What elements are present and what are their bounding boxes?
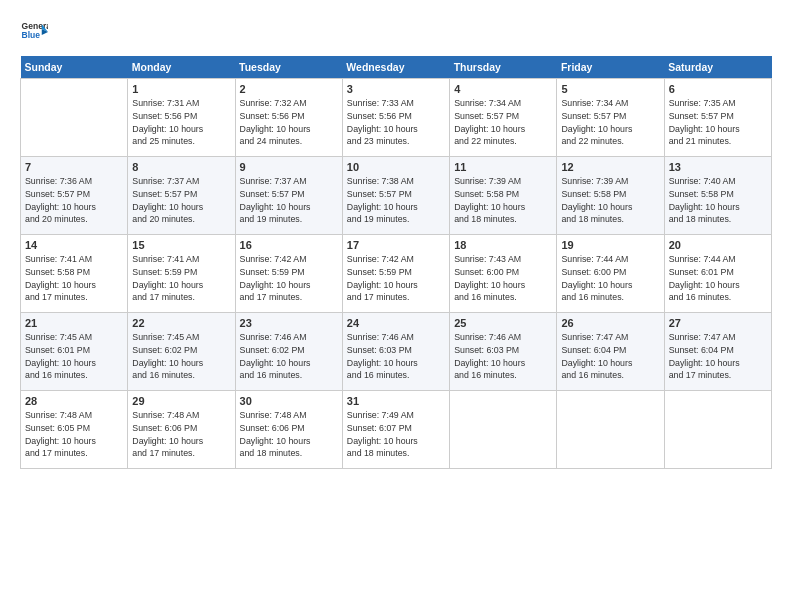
day-info: Sunrise: 7:40 AM Sunset: 5:58 PM Dayligh…: [669, 175, 767, 226]
day-number: 27: [669, 317, 767, 329]
column-header-friday: Friday: [557, 56, 664, 79]
day-number: 19: [561, 239, 659, 251]
day-number: 14: [25, 239, 123, 251]
day-number: 21: [25, 317, 123, 329]
calendar-table: SundayMondayTuesdayWednesdayThursdayFrid…: [20, 56, 772, 469]
calendar-cell: 5Sunrise: 7:34 AM Sunset: 5:57 PM Daylig…: [557, 79, 664, 157]
day-info: Sunrise: 7:45 AM Sunset: 6:02 PM Dayligh…: [132, 331, 230, 382]
calendar-cell: [450, 391, 557, 469]
day-info: Sunrise: 7:43 AM Sunset: 6:00 PM Dayligh…: [454, 253, 552, 304]
column-header-saturday: Saturday: [664, 56, 771, 79]
calendar-cell: 21Sunrise: 7:45 AM Sunset: 6:01 PM Dayli…: [21, 313, 128, 391]
day-number: 28: [25, 395, 123, 407]
day-number: 30: [240, 395, 338, 407]
calendar-cell: 12Sunrise: 7:39 AM Sunset: 5:58 PM Dayli…: [557, 157, 664, 235]
day-info: Sunrise: 7:46 AM Sunset: 6:02 PM Dayligh…: [240, 331, 338, 382]
day-info: Sunrise: 7:36 AM Sunset: 5:57 PM Dayligh…: [25, 175, 123, 226]
day-info: Sunrise: 7:39 AM Sunset: 5:58 PM Dayligh…: [561, 175, 659, 226]
calendar-cell: 27Sunrise: 7:47 AM Sunset: 6:04 PM Dayli…: [664, 313, 771, 391]
day-number: 13: [669, 161, 767, 173]
day-number: 4: [454, 83, 552, 95]
calendar-cell: 29Sunrise: 7:48 AM Sunset: 6:06 PM Dayli…: [128, 391, 235, 469]
day-info: Sunrise: 7:37 AM Sunset: 5:57 PM Dayligh…: [132, 175, 230, 226]
day-info: Sunrise: 7:46 AM Sunset: 6:03 PM Dayligh…: [347, 331, 445, 382]
calendar-week-row: 21Sunrise: 7:45 AM Sunset: 6:01 PM Dayli…: [21, 313, 772, 391]
calendar-cell: [664, 391, 771, 469]
day-number: 8: [132, 161, 230, 173]
calendar-header-row: SundayMondayTuesdayWednesdayThursdayFrid…: [21, 56, 772, 79]
day-info: Sunrise: 7:44 AM Sunset: 6:01 PM Dayligh…: [669, 253, 767, 304]
day-info: Sunrise: 7:48 AM Sunset: 6:06 PM Dayligh…: [132, 409, 230, 460]
day-number: 26: [561, 317, 659, 329]
day-number: 6: [669, 83, 767, 95]
day-info: Sunrise: 7:48 AM Sunset: 6:05 PM Dayligh…: [25, 409, 123, 460]
calendar-cell: 30Sunrise: 7:48 AM Sunset: 6:06 PM Dayli…: [235, 391, 342, 469]
day-info: Sunrise: 7:31 AM Sunset: 5:56 PM Dayligh…: [132, 97, 230, 148]
calendar-cell: 26Sunrise: 7:47 AM Sunset: 6:04 PM Dayli…: [557, 313, 664, 391]
calendar-cell: 18Sunrise: 7:43 AM Sunset: 6:00 PM Dayli…: [450, 235, 557, 313]
calendar-cell: 11Sunrise: 7:39 AM Sunset: 5:58 PM Dayli…: [450, 157, 557, 235]
calendar-cell: 8Sunrise: 7:37 AM Sunset: 5:57 PM Daylig…: [128, 157, 235, 235]
day-info: Sunrise: 7:42 AM Sunset: 5:59 PM Dayligh…: [240, 253, 338, 304]
day-number: 15: [132, 239, 230, 251]
day-number: 9: [240, 161, 338, 173]
calendar-cell: 24Sunrise: 7:46 AM Sunset: 6:03 PM Dayli…: [342, 313, 449, 391]
day-number: 5: [561, 83, 659, 95]
calendar-cell: 20Sunrise: 7:44 AM Sunset: 6:01 PM Dayli…: [664, 235, 771, 313]
calendar-cell: 3Sunrise: 7:33 AM Sunset: 5:56 PM Daylig…: [342, 79, 449, 157]
calendar-cell: 10Sunrise: 7:38 AM Sunset: 5:57 PM Dayli…: [342, 157, 449, 235]
day-number: 11: [454, 161, 552, 173]
day-info: Sunrise: 7:47 AM Sunset: 6:04 PM Dayligh…: [669, 331, 767, 382]
calendar-cell: 13Sunrise: 7:40 AM Sunset: 5:58 PM Dayli…: [664, 157, 771, 235]
calendar-cell: 23Sunrise: 7:46 AM Sunset: 6:02 PM Dayli…: [235, 313, 342, 391]
day-info: Sunrise: 7:47 AM Sunset: 6:04 PM Dayligh…: [561, 331, 659, 382]
column-header-monday: Monday: [128, 56, 235, 79]
calendar-cell: 17Sunrise: 7:42 AM Sunset: 5:59 PM Dayli…: [342, 235, 449, 313]
day-info: Sunrise: 7:33 AM Sunset: 5:56 PM Dayligh…: [347, 97, 445, 148]
day-number: 22: [132, 317, 230, 329]
calendar-cell: [21, 79, 128, 157]
svg-text:Blue: Blue: [22, 30, 41, 40]
calendar-cell: 16Sunrise: 7:42 AM Sunset: 5:59 PM Dayli…: [235, 235, 342, 313]
day-number: 17: [347, 239, 445, 251]
calendar-cell: 6Sunrise: 7:35 AM Sunset: 5:57 PM Daylig…: [664, 79, 771, 157]
day-number: 10: [347, 161, 445, 173]
calendar-week-row: 28Sunrise: 7:48 AM Sunset: 6:05 PM Dayli…: [21, 391, 772, 469]
day-number: 20: [669, 239, 767, 251]
day-info: Sunrise: 7:39 AM Sunset: 5:58 PM Dayligh…: [454, 175, 552, 226]
calendar-cell: 31Sunrise: 7:49 AM Sunset: 6:07 PM Dayli…: [342, 391, 449, 469]
day-info: Sunrise: 7:34 AM Sunset: 5:57 PM Dayligh…: [561, 97, 659, 148]
day-info: Sunrise: 7:38 AM Sunset: 5:57 PM Dayligh…: [347, 175, 445, 226]
day-number: 1: [132, 83, 230, 95]
calendar-cell: 1Sunrise: 7:31 AM Sunset: 5:56 PM Daylig…: [128, 79, 235, 157]
day-info: Sunrise: 7:44 AM Sunset: 6:00 PM Dayligh…: [561, 253, 659, 304]
column-header-thursday: Thursday: [450, 56, 557, 79]
page-header: General Blue: [20, 18, 772, 46]
day-info: Sunrise: 7:35 AM Sunset: 5:57 PM Dayligh…: [669, 97, 767, 148]
day-number: 25: [454, 317, 552, 329]
day-number: 29: [132, 395, 230, 407]
column-header-wednesday: Wednesday: [342, 56, 449, 79]
day-number: 23: [240, 317, 338, 329]
day-info: Sunrise: 7:32 AM Sunset: 5:56 PM Dayligh…: [240, 97, 338, 148]
day-info: Sunrise: 7:42 AM Sunset: 5:59 PM Dayligh…: [347, 253, 445, 304]
calendar-cell: 14Sunrise: 7:41 AM Sunset: 5:58 PM Dayli…: [21, 235, 128, 313]
day-info: Sunrise: 7:41 AM Sunset: 5:58 PM Dayligh…: [25, 253, 123, 304]
day-info: Sunrise: 7:37 AM Sunset: 5:57 PM Dayligh…: [240, 175, 338, 226]
logo: General Blue: [20, 18, 48, 46]
day-info: Sunrise: 7:45 AM Sunset: 6:01 PM Dayligh…: [25, 331, 123, 382]
logo-icon: General Blue: [20, 18, 48, 46]
day-number: 7: [25, 161, 123, 173]
column-header-sunday: Sunday: [21, 56, 128, 79]
calendar-cell: 28Sunrise: 7:48 AM Sunset: 6:05 PM Dayli…: [21, 391, 128, 469]
day-info: Sunrise: 7:41 AM Sunset: 5:59 PM Dayligh…: [132, 253, 230, 304]
calendar-cell: 7Sunrise: 7:36 AM Sunset: 5:57 PM Daylig…: [21, 157, 128, 235]
calendar-cell: 2Sunrise: 7:32 AM Sunset: 5:56 PM Daylig…: [235, 79, 342, 157]
calendar-cell: [557, 391, 664, 469]
day-number: 18: [454, 239, 552, 251]
day-number: 2: [240, 83, 338, 95]
calendar-week-row: 14Sunrise: 7:41 AM Sunset: 5:58 PM Dayli…: [21, 235, 772, 313]
day-info: Sunrise: 7:34 AM Sunset: 5:57 PM Dayligh…: [454, 97, 552, 148]
day-number: 3: [347, 83, 445, 95]
column-header-tuesday: Tuesday: [235, 56, 342, 79]
